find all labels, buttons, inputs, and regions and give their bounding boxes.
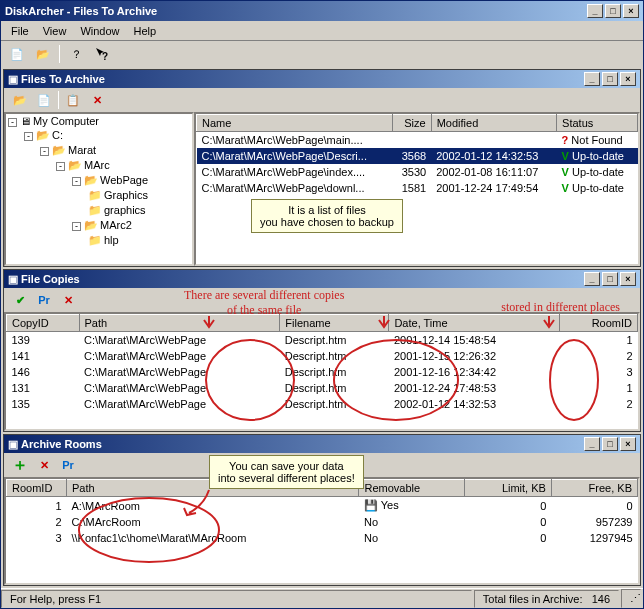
copies-window-icon: ▣ — [8, 273, 18, 286]
archive-open-icon[interactable]: 📂 — [33, 44, 53, 64]
minimize-button[interactable]: _ — [587, 4, 603, 18]
window-archive-rooms: ▣ Archive Rooms _ □ × ＋ ✕ Pr RoomID Path… — [3, 434, 641, 586]
delete-room-icon[interactable]: ✕ — [34, 455, 54, 475]
table-row[interactable]: C:\Marat\MArc\WebPage\index....35302002-… — [197, 164, 638, 180]
copies-listview[interactable]: CopyID Path Filename Date, Time RoomID 1… — [4, 312, 640, 431]
separator — [59, 45, 60, 63]
delete-copy-icon[interactable]: ✕ — [58, 290, 78, 310]
copies-icon[interactable]: 📋 — [63, 90, 83, 110]
room-properties-icon[interactable]: Pr — [58, 455, 78, 475]
files-title: Files To Archive — [21, 73, 105, 85]
child-titlebar-files[interactable]: ▣ Files To Archive _ □ × — [4, 70, 640, 88]
child-maximize-button[interactable]: □ — [602, 72, 618, 86]
close-button[interactable]: × — [623, 4, 639, 18]
menu-view[interactable]: View — [37, 23, 73, 39]
col-free[interactable]: Free, KB — [551, 480, 637, 497]
main-toolbar: 📄 📂 ？ ? — [1, 41, 643, 67]
delete-icon[interactable]: ✕ — [87, 90, 107, 110]
app-title: DiskArcher - Files To Archive — [5, 5, 157, 17]
table-row[interactable]: C:\Marat\MArc\WebPage\main....? Not Foun… — [197, 132, 638, 149]
app-titlebar[interactable]: DiskArcher - Files To Archive _ □ × — [1, 1, 643, 21]
note-file-list: It is a list of files you have chosen to… — [251, 199, 403, 233]
table-row[interactable]: 139C:\Marat\MArc\WebPageDescript.htm2001… — [7, 332, 638, 349]
menu-help[interactable]: Help — [128, 23, 163, 39]
rooms-listview[interactable]: RoomID Path Removable Limit, KB Free, KB… — [4, 477, 640, 585]
col-roomid[interactable]: RoomID — [559, 315, 637, 332]
folder-icon — [88, 189, 102, 201]
col-status[interactable]: Status — [557, 115, 638, 132]
floppy-icon: 💾 — [364, 499, 378, 511]
child-titlebar-copies[interactable]: ▣ File Copies _ □ × — [4, 270, 640, 288]
child-minimize-button[interactable]: _ — [584, 272, 600, 286]
ok-icon: V — [562, 150, 569, 162]
ok-icon: V — [562, 166, 569, 178]
table-row[interactable]: C:\Marat\MArc\WebPage\Descri...35682002-… — [197, 148, 638, 164]
properties-icon[interactable]: Pr — [34, 290, 54, 310]
table-row[interactable]: 1A:\MArcRoom💾 Yes00 — [7, 497, 638, 515]
child-minimize-button[interactable]: _ — [584, 437, 600, 451]
menubar: File View Window Help — [1, 21, 643, 41]
restore-icon[interactable]: ✔ — [10, 290, 30, 310]
col-filename[interactable]: Filename — [280, 315, 389, 332]
menu-file[interactable]: File — [5, 23, 35, 39]
about-icon[interactable]: ？ — [66, 44, 86, 64]
col-room-path[interactable]: Path — [67, 480, 359, 497]
files-toolbar: 📂 📄 📋 ✕ — [4, 88, 640, 112]
add-folder-icon[interactable]: 📂 — [10, 90, 30, 110]
add-file-icon[interactable]: 📄 — [34, 90, 54, 110]
files-listview[interactable]: Name Size Modified Status C:\Marat\MArc\… — [194, 112, 640, 266]
maximize-button[interactable]: □ — [605, 4, 621, 18]
ok-icon: V — [562, 182, 569, 194]
mdi-area: ▣ Files To Archive _ □ × 📂 📄 📋 ✕ -My Com… — [1, 67, 643, 588]
col-modified[interactable]: Modified — [431, 115, 556, 132]
statusbar: For Help, press F1 Total files in Archiv… — [1, 588, 643, 608]
col-size[interactable]: Size — [393, 115, 432, 132]
table-row[interactable]: 131C:\Marat\MArc\WebPageDescript.htm2001… — [7, 380, 638, 396]
table-row[interactable]: 2C:\MArcRoomNo0957239 — [7, 514, 638, 530]
add-room-icon[interactable]: ＋ — [10, 455, 30, 475]
whatsthis-icon[interactable]: ? — [92, 44, 112, 64]
status-total: Total files in Archive: 146 — [474, 590, 619, 608]
col-name[interactable]: Name — [197, 115, 393, 132]
col-roomid[interactable]: RoomID — [7, 480, 67, 497]
svg-text:?: ? — [102, 51, 108, 62]
table-row[interactable]: 141C:\Marat\MArc\WebPageDescript.htm2001… — [7, 348, 638, 364]
copies-toolbar: ✔ Pr ✕ — [4, 288, 640, 312]
table-row[interactable]: C:\Marat\MArc\WebPage\downl...15812001-1… — [197, 180, 638, 196]
notfound-icon: ? — [562, 134, 569, 146]
col-copyid[interactable]: CopyID — [7, 315, 80, 332]
child-minimize-button[interactable]: _ — [584, 72, 600, 86]
rooms-window-icon: ▣ — [8, 438, 18, 451]
copies-title: File Copies — [21, 273, 80, 285]
col-removable[interactable]: Removable — [359, 480, 464, 497]
archive-new-icon[interactable]: 📄 — [7, 44, 27, 64]
table-row[interactable]: 135C:\Marat\MArc\WebPageDescript.htm2002… — [7, 396, 638, 412]
files-icon: ▣ — [8, 73, 18, 86]
main-window: DiskArcher - Files To Archive _ □ × File… — [0, 0, 644, 609]
computer-icon — [20, 115, 31, 127]
child-close-button[interactable]: × — [620, 72, 636, 86]
child-maximize-button[interactable]: □ — [602, 272, 618, 286]
child-close-button[interactable]: × — [620, 437, 636, 451]
child-maximize-button[interactable]: □ — [602, 437, 618, 451]
resize-grip-icon[interactable]: ⋰ — [621, 589, 641, 608]
status-help: For Help, press F1 — [1, 590, 472, 608]
folder-tree[interactable]: -My Computer -C: -Marat -MArc -WebPage G… — [4, 112, 194, 266]
folder-open-icon — [36, 129, 50, 141]
col-path[interactable]: Path — [79, 315, 280, 332]
window-files-to-archive: ▣ Files To Archive _ □ × 📂 📄 📋 ✕ -My Com… — [3, 69, 641, 267]
child-titlebar-rooms[interactable]: ▣ Archive Rooms _ □ × — [4, 435, 640, 453]
rooms-toolbar: ＋ ✕ Pr — [4, 453, 640, 477]
tree-collapse-icon[interactable]: - — [8, 118, 17, 127]
menu-window[interactable]: Window — [74, 23, 125, 39]
child-close-button[interactable]: × — [620, 272, 636, 286]
col-limit[interactable]: Limit, KB — [464, 480, 551, 497]
table-row[interactable]: 146C:\Marat\MArc\WebPageDescript.htm2001… — [7, 364, 638, 380]
table-row[interactable]: 3\\Konfac1\c\home\Marat\MArcRoomNo012979… — [7, 530, 638, 546]
col-datetime[interactable]: Date, Time — [389, 315, 560, 332]
rooms-title: Archive Rooms — [21, 438, 102, 450]
window-file-copies: ▣ File Copies _ □ × ✔ Pr ✕ CopyID Path F… — [3, 269, 641, 432]
